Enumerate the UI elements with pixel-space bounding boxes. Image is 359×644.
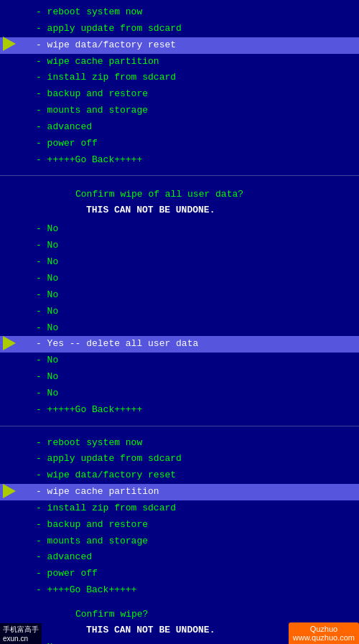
s2-yes-label[interactable]: - Yes -- delete all user data	[0, 336, 359, 353]
s2-no5[interactable]: - No	[0, 287, 359, 304]
s1-goback[interactable]: - +++++Go Back+++++	[0, 152, 359, 169]
watermark-right: Quzhuo www.quzhuo.com	[289, 622, 359, 644]
s1-wipe-cache[interactable]: - wipe cache partition	[0, 54, 359, 70]
s3-install-zip[interactable]: - install zip from sdcard	[0, 500, 359, 517]
confirm1-text: Confirm wipe of all user data?	[0, 185, 359, 203]
arrow2	[3, 336, 16, 353]
s3-wipe-cache-label[interactable]: - wipe cache partition	[0, 484, 359, 500]
watermark-left-line1: 手机富高手	[3, 625, 39, 635]
s1-advanced[interactable]: - advanced	[0, 119, 359, 136]
s2-no9[interactable]: - No	[0, 369, 359, 386]
section3: - reboot system now - apply update from …	[0, 431, 359, 602]
s2-no6[interactable]: - No	[0, 304, 359, 320]
s1-reboot[interactable]: - reboot system now	[0, 4, 359, 21]
section1: - reboot system now - apply update from …	[0, 0, 359, 171]
s2-no3[interactable]: - No	[0, 254, 359, 271]
s2-no8[interactable]: - No	[0, 353, 359, 369]
watermark-right-line1: Quzhuo	[293, 625, 355, 633]
s1-install-zip[interactable]: - install zip from sdcard	[0, 70, 359, 86]
s2-no2[interactable]: - No	[0, 238, 359, 254]
s1-wipe-factory-row: - wipe data/factory reset	[0, 37, 359, 54]
watermark-left-line2: exun.cn	[3, 635, 39, 643]
watermark-left: 手机富高手 exun.cn	[0, 623, 42, 644]
arrow3	[3, 484, 16, 501]
s3-power[interactable]: - power off	[0, 566, 359, 582]
s3-wipe-cache-row: - wipe cache partition	[0, 484, 359, 500]
s3-goback[interactable]: - ++++Go Back+++++	[0, 582, 359, 599]
watermark-right-line2: www.quzhuo.com	[293, 633, 355, 642]
s1-power[interactable]: - power off	[0, 136, 359, 152]
divider2	[0, 426, 359, 426]
s2-goback[interactable]: - +++++Go Back+++++	[0, 402, 359, 419]
s3-mounts[interactable]: - mounts and storage	[0, 533, 359, 550]
s1-mounts[interactable]: - mounts and storage	[0, 103, 359, 119]
s3-apply[interactable]: - apply update from sdcard	[0, 451, 359, 467]
s2-no7[interactable]: - No	[0, 320, 359, 337]
s2-yes-row: - Yes -- delete all user data	[0, 336, 359, 353]
divider1	[0, 175, 359, 176]
s3-wipe-factory[interactable]: - wipe data/factory reset	[0, 467, 359, 484]
s1-wipe-factory-label[interactable]: - wipe data/factory reset	[0, 37, 359, 54]
confirm2-text: Confirm wipe?	[0, 605, 359, 623]
s1-apply[interactable]: - apply update from sdcard	[0, 21, 359, 37]
screen: - reboot system now - apply update from …	[0, 0, 359, 644]
arrow1	[3, 37, 16, 54]
confirm1-undone: THIS CAN NOT BE UNDONE.	[0, 203, 359, 222]
s1-backup[interactable]: - backup and restore	[0, 86, 359, 103]
s3-advanced[interactable]: - advanced	[0, 549, 359, 566]
s2-no10[interactable]: - No	[0, 386, 359, 402]
s2-no1[interactable]: - No	[0, 221, 359, 238]
s2-no4[interactable]: - No	[0, 271, 359, 287]
section2: Confirm wipe of all user data? THIS CAN …	[0, 180, 359, 421]
s3-reboot[interactable]: - reboot system now	[0, 435, 359, 452]
s3-backup[interactable]: - backup and restore	[0, 517, 359, 533]
